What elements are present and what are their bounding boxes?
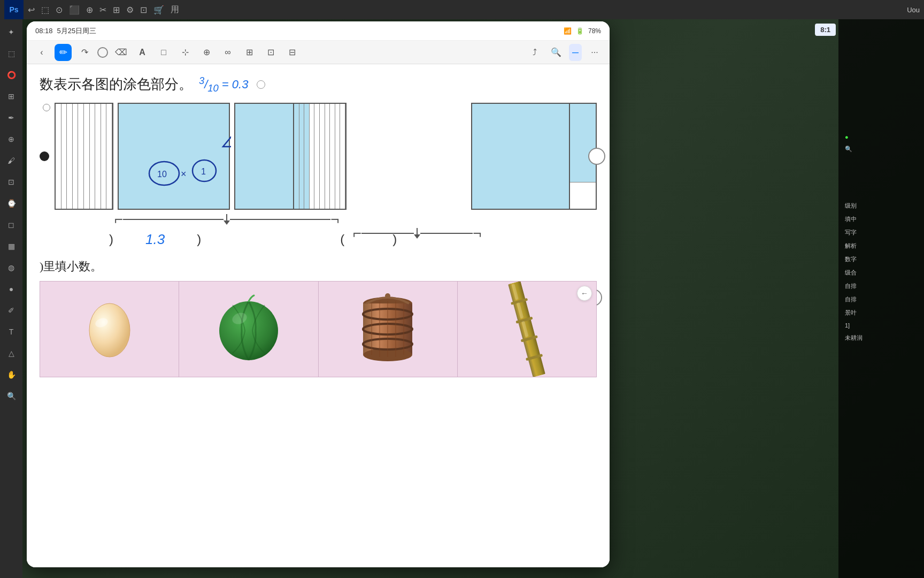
bracket-arrow-down <box>224 220 230 225</box>
eraser-button[interactable]: ⌫ <box>112 44 129 61</box>
sidebar-type-tool[interactable]: T <box>3 323 20 340</box>
search-button[interactable]: 🔍 <box>548 44 565 61</box>
fraction-annotation: 3/10 = 0.3 <box>199 75 248 94</box>
egg-svg <box>83 297 136 361</box>
insert-button[interactable]: ⊞ <box>241 44 258 61</box>
answer-row: ) 1.3 ) ( ) <box>40 231 597 248</box>
bracket-line-right <box>230 219 330 220</box>
right-sidebar-item-6[interactable]: 级合 <box>841 267 922 279</box>
stripe-9 <box>101 104 107 209</box>
title-text: 数表示各图的涂色部分。 <box>40 75 192 94</box>
top-bar: Ps ↩ ⬚ ⊙ ⬛ ⊕ ✂ ⊞ ⚙ ⊡ 🛒 用 Uou <box>0 0 924 19</box>
sidebar-clone-tool[interactable]: ⊡ <box>3 173 20 191</box>
toolbar-mid-button[interactable]: — <box>569 44 582 61</box>
sidebar-heal-tool[interactable]: ⊕ <box>3 131 20 148</box>
toolbar-icon-11[interactable]: 用 <box>171 4 179 16</box>
right-sidebar-item-10[interactable]: 1] <box>841 320 922 331</box>
sidebar-select-tool[interactable]: ⬚ <box>3 45 20 62</box>
bamboo-cell <box>458 282 596 377</box>
sidebar-move-tool[interactable]: ✦ <box>3 24 20 41</box>
fig3-stripe-9 <box>335 104 341 209</box>
content-title: 数表示各图的涂色部分。 3/10 = 0.3 <box>40 75 597 94</box>
battery-pct: 78% <box>588 27 601 35</box>
right-sidebar: 🔍 级别 填中 写字 解析 数字 级合 自排 自排 景叶 1] 未耕润 <box>838 19 924 578</box>
sidebar-history-tool[interactable]: ⌚ <box>3 195 20 212</box>
sidebar-lasso-tool[interactable]: ⭕ <box>3 66 20 83</box>
bracket-line-container: ⌐ ⌐ <box>114 212 339 227</box>
right-sidebar-item-4[interactable]: 解析 <box>841 240 922 252</box>
right-sidebar-item-1[interactable]: 级别 <box>841 200 922 212</box>
toolbar-icon-8[interactable]: ⚙ <box>126 5 134 15</box>
sidebar-pen-tool[interactable]: ✐ <box>3 302 20 319</box>
back-button[interactable]: ‹ <box>33 44 50 61</box>
figure-4-main <box>471 103 570 210</box>
sidebar-brush-tool[interactable]: 🖌 <box>3 152 20 169</box>
image-button[interactable]: ⊡ <box>262 44 279 61</box>
sidebar-blur-tool[interactable]: ◍ <box>3 259 20 276</box>
circle-handle-right[interactable] <box>588 148 605 165</box>
right-sidebar-search[interactable]: 🔍 <box>841 143 922 155</box>
right-sidebar-item-11[interactable]: 未耕润 <box>841 332 922 344</box>
fig3-stripe-5 <box>314 104 320 209</box>
right-sidebar-item-7[interactable]: 自排 <box>841 280 922 292</box>
bracket-right: ⌐ <box>330 212 339 227</box>
top-bar-icons: ↩ ⬚ ⊙ ⬛ ⊕ ✂ ⊞ ⚙ ⊡ 🛒 用 <box>28 4 179 16</box>
toolbar-icon-7[interactable]: ⊞ <box>113 5 120 15</box>
link-button[interactable]: ∞ <box>219 44 236 61</box>
toolbar-icon-2[interactable]: ⬚ <box>41 5 49 15</box>
right-sidebar-item-9[interactable]: 景叶 <box>841 307 922 319</box>
sidebar-hand-tool[interactable]: ✋ <box>3 366 20 383</box>
fig3-stripe-7 <box>325 104 330 209</box>
ps-logo: Ps <box>4 0 24 19</box>
more-button[interactable]: ··· <box>586 44 603 61</box>
sidebar-gradient-tool[interactable]: ▦ <box>3 238 20 255</box>
toolbar-icon-10[interactable]: 🛒 <box>153 5 164 15</box>
figure-4-side-bottom <box>570 182 596 209</box>
toolbar-icon-5[interactable]: ⊕ <box>86 5 93 15</box>
egg-cell <box>40 282 179 377</box>
redo-button[interactable]: ↷ <box>76 44 93 61</box>
sidebar-shape-tool[interactable]: △ <box>3 345 20 362</box>
rect-button[interactable]: □ <box>155 44 172 61</box>
left-sidebar: ✦ ⬚ ⭕ ⊞ ✒ ⊕ 🖌 ⊡ ⌚ ◻ ▦ ◍ ● ✐ T △ ✋ 🔍 <box>0 19 22 578</box>
sidebar-crop-tool[interactable]: ⊞ <box>3 88 20 105</box>
sidebar-eraser-tool[interactable]: ◻ <box>3 216 20 233</box>
toolbar-icon-1[interactable]: ↩ <box>28 5 35 15</box>
status-right: 📶 🔋 78% <box>564 27 601 35</box>
toolbar-icon-4[interactable]: ⬛ <box>69 5 80 15</box>
table-button[interactable]: ⊟ <box>283 44 301 61</box>
text-button[interactable]: A <box>134 44 151 61</box>
toolbar-icon-6[interactable]: ✂ <box>99 5 106 15</box>
right-sidebar-item-green[interactable] <box>841 132 922 142</box>
figure-3 <box>234 103 346 210</box>
right-sidebar-item-2[interactable]: 填中 <box>841 213 922 225</box>
right-bracket-right: ⌐ <box>473 225 481 242</box>
figure-3-right <box>294 104 345 209</box>
answer1-close-paren: ) <box>197 232 201 247</box>
watermelon-svg <box>214 294 283 364</box>
svg-text:×: × <box>181 169 187 179</box>
watermelon-cell <box>179 282 318 377</box>
circle-selector[interactable] <box>97 47 108 58</box>
toolbar-icon-3[interactable]: ⊙ <box>56 5 63 15</box>
pen-button[interactable]: ✏ <box>55 44 72 61</box>
right-sidebar-item-8[interactable]: 自排 <box>841 293 922 306</box>
figure-3-left <box>235 104 294 209</box>
right-sidebar-item-3[interactable]: 写字 <box>841 226 922 239</box>
bracket-group: ⌐ ⌐ <box>114 212 339 227</box>
ipad-status-bar: 08:18 5月25日周三 📶 🔋 78% <box>27 21 610 41</box>
svg-text:10: 10 <box>157 170 167 179</box>
svg-point-7 <box>219 301 278 360</box>
lasso-button[interactable]: ⊹ <box>176 44 194 61</box>
toolbar-icon-9[interactable]: ⊡ <box>140 5 147 15</box>
fig3-stripe-8 <box>330 104 335 209</box>
stripe-3 <box>67 104 73 209</box>
sidebar-zoom-tool[interactable]: 🔍 <box>3 387 20 405</box>
stamp-button[interactable]: ⊕ <box>198 44 215 61</box>
right-sidebar-item-5[interactable]: 数字 <box>841 253 922 265</box>
figure-4-group <box>471 103 597 210</box>
sidebar-dodge-tool[interactable]: ● <box>3 280 20 298</box>
share-button[interactable]: ⤴ <box>526 44 543 61</box>
svg-point-5 <box>89 303 130 357</box>
sidebar-eyedrop-tool[interactable]: ✒ <box>3 109 20 126</box>
